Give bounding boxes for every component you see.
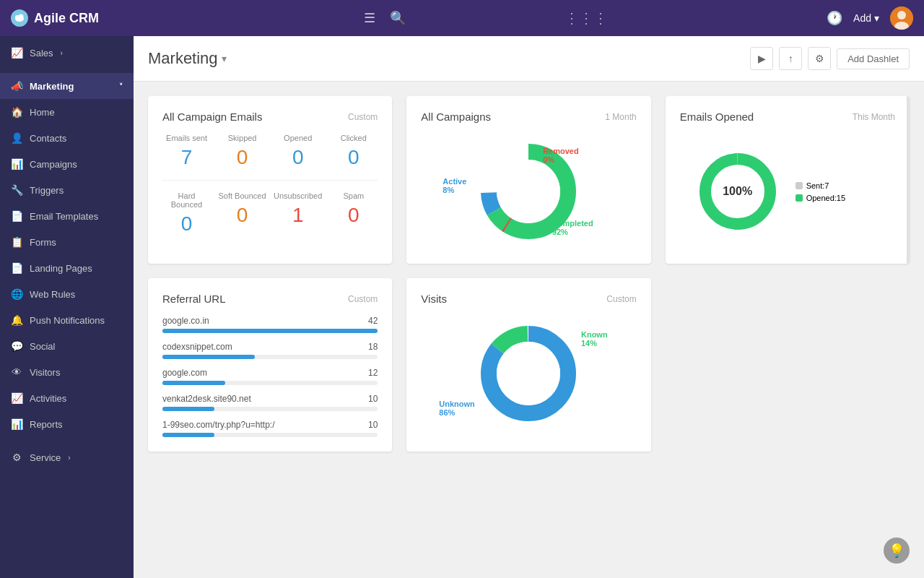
- grid-icon[interactable]: ⋮⋮⋮: [565, 10, 608, 26]
- reports-icon: 📊: [11, 418, 22, 430]
- search-icon[interactable]: 🔍: [390, 10, 406, 26]
- visits-subtitle: Custom: [606, 294, 636, 304]
- visitors-icon: 👁: [11, 366, 22, 378]
- unknown-label: Unknown86%: [439, 400, 475, 417]
- spam-label: Spam: [329, 191, 378, 200]
- all-campaigns-chart: Removed0% Active8% Completed92%: [421, 134, 636, 249]
- app-logo[interactable]: Agile CRM: [11, 9, 99, 27]
- sidebar-item-activities[interactable]: 📈 Activities: [0, 385, 134, 411]
- sidebar-item-landing-pages[interactable]: 📄 Landing Pages: [0, 255, 134, 281]
- page-title-dropdown-icon[interactable]: ▾: [222, 53, 227, 64]
- referral-bar-background: [162, 329, 378, 333]
- referral-row: google.com 12: [162, 368, 378, 378]
- sidebar-item-social[interactable]: 💬 Social: [0, 333, 134, 359]
- sidebar-item-web-rules[interactable]: 🌐 Web Rules: [0, 281, 134, 307]
- referral-url-subtitle: Custom: [348, 294, 378, 304]
- sidebar-item-visitors[interactable]: 👁 Visitors: [0, 359, 134, 385]
- page-title: Marketing ▾: [148, 49, 227, 68]
- campaign-emails-stats-top: Emails sent 7 Skipped 0 Opened 0 Clicked…: [162, 134, 378, 169]
- help-button[interactable]: 💡: [884, 538, 910, 564]
- sidebar: 📈 Sales › 📣 Marketing ˅ 🏠 Home 👤 Contact…: [0, 36, 134, 578]
- landing-pages-icon: 📄: [11, 262, 22, 274]
- upload-button[interactable]: ↑: [779, 47, 802, 70]
- add-button[interactable]: Add ▾: [853, 12, 879, 24]
- user-avatar[interactable]: [890, 7, 913, 30]
- referral-bar-fill: [162, 407, 214, 411]
- sidebar-item-campaigns[interactable]: 📊 Campaigns: [0, 151, 134, 177]
- campaign-emails-card: All Campaign Emails Custom Emails sent 7…: [148, 96, 392, 264]
- visits-chart: Known14% Unknown86%: [421, 316, 636, 431]
- known-label: Known14%: [581, 330, 608, 348]
- referral-url-header: Referral URL Custom: [162, 293, 378, 305]
- menu-icon[interactable]: ☰: [364, 10, 375, 26]
- sidebar-item-forms[interactable]: 📋 Forms: [0, 229, 134, 255]
- all-campaigns-header: All Campaigns 1 Month: [421, 111, 636, 123]
- spam-stat: Spam 0: [329, 191, 378, 236]
- contacts-icon: 👤: [11, 132, 22, 144]
- logo-icon: [11, 9, 28, 27]
- visits-card: Visits Custom Known14% Unknown86%: [406, 278, 650, 452]
- hard-bounced-value: 0: [162, 212, 211, 236]
- sidebar-item-sales[interactable]: 📈 Sales ›: [0, 40, 134, 66]
- legend-dot-sent: [796, 182, 803, 189]
- visits-donut-chart: [471, 316, 586, 431]
- sidebar-item-triggers[interactable]: 🔧 Triggers: [0, 177, 134, 203]
- page-header-actions: ▶ ↑ ⚙ Add Dashlet: [750, 47, 910, 70]
- referral-bar-background: [162, 381, 378, 385]
- clock-icon[interactable]: 🕐: [827, 10, 842, 26]
- svg-point-2: [19, 14, 24, 20]
- sidebar-item-home[interactable]: 🏠 Home: [0, 99, 134, 125]
- sidebar-item-email-templates[interactable]: 📄 Email Templates: [0, 203, 134, 229]
- referral-url-card: Referral URL Custom google.co.in 42 code…: [148, 278, 392, 452]
- campaigns-icon: 📊: [11, 158, 22, 170]
- unsubscribed-value: 1: [274, 204, 322, 227]
- referral-bar-fill: [162, 355, 255, 359]
- emails-opened-title: Emails Opened: [680, 111, 754, 123]
- svg-point-14: [497, 342, 560, 405]
- referral-url-text: codexsnippet.com: [162, 342, 232, 352]
- emails-opened-card: Emails Opened This Month 100% Sent:7: [666, 96, 910, 264]
- help-icon: 💡: [889, 543, 905, 558]
- emails-opened-donut-container: 100%: [694, 148, 781, 235]
- unsubscribed-stat: Unsubscribed 1: [274, 191, 322, 236]
- referral-count: 42: [368, 316, 378, 326]
- skipped-stat: Skipped 0: [218, 134, 266, 169]
- play-button[interactable]: ▶: [750, 47, 773, 70]
- stats-divider: [162, 180, 378, 181]
- sidebar-item-marketing[interactable]: 📣 Marketing ˅: [0, 73, 134, 99]
- referral-url-title: Referral URL: [162, 293, 226, 305]
- referral-list-item: google.com 12: [162, 368, 378, 385]
- sidebar-item-contacts[interactable]: 👤 Contacts: [0, 125, 134, 151]
- top-nav-left: Agile CRM: [11, 9, 144, 27]
- sidebar-item-service[interactable]: ⚙ Service ›: [0, 444, 134, 470]
- marketing-chevron-icon: ˅: [119, 82, 123, 90]
- marketing-icon: 📣: [11, 80, 22, 92]
- sidebar-item-reports[interactable]: 📊 Reports: [0, 411, 134, 437]
- card-right-border: [907, 96, 910, 264]
- spam-value: 0: [329, 204, 378, 227]
- referral-list-item: 1-99seo.com/try.php?u=http:/ 10: [162, 420, 378, 437]
- referral-count: 12: [368, 368, 378, 378]
- soft-bounced-value: 0: [218, 204, 266, 227]
- referral-list-item: venkat2desk.site90.net 10: [162, 394, 378, 411]
- sidebar-item-push-notifications[interactable]: 🔔 Push Notifications: [0, 307, 134, 333]
- referral-list-item: codexsnippet.com 18: [162, 342, 378, 359]
- emails-opened-chart: 100% Sent:7 Opened:15: [680, 134, 895, 249]
- sales-chevron-icon: ›: [61, 49, 63, 57]
- referral-row: google.co.in 42: [162, 316, 378, 326]
- unsubscribed-label: Unsubscribed: [274, 191, 322, 200]
- main-content: Marketing ▾ ▶ ↑ ⚙ Add Dashlet All Campai…: [134, 36, 924, 578]
- clicked-value: 0: [329, 146, 378, 169]
- referral-list-item: google.co.in 42: [162, 316, 378, 333]
- settings-button[interactable]: ⚙: [808, 47, 831, 70]
- legend-dot-opened: [796, 194, 803, 202]
- referral-bar-fill: [162, 381, 225, 385]
- opened-value: 0: [274, 146, 322, 169]
- hard-bounced-label: Hard Bounced: [162, 191, 211, 209]
- referral-count: 10: [368, 394, 378, 404]
- opened-label: Opened: [274, 134, 322, 142]
- dashboard: All Campaign Emails Custom Emails sent 7…: [134, 82, 924, 466]
- add-dashlet-button[interactable]: Add Dashlet: [837, 48, 910, 69]
- referral-bar-background: [162, 407, 378, 411]
- emails-sent-stat: Emails sent 7: [162, 134, 211, 169]
